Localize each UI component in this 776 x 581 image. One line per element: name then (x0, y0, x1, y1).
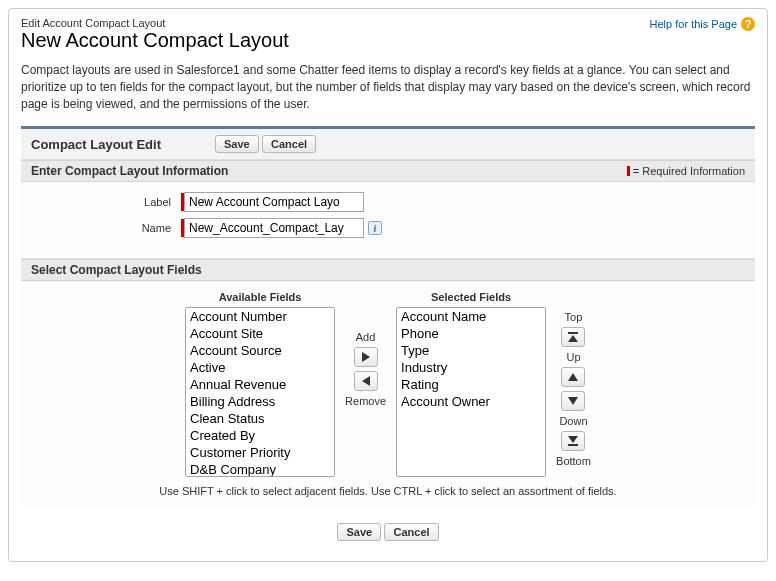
list-item[interactable]: Created By (186, 427, 334, 444)
available-fields-list[interactable]: Account NumberAccount SiteAccount Source… (185, 307, 335, 477)
list-item[interactable]: Rating (397, 376, 545, 393)
arrow-down-icon (568, 397, 578, 405)
list-item[interactable]: Annual Revenue (186, 376, 334, 393)
svg-rect-2 (568, 332, 578, 334)
intro-text: Compact layouts are used in Salesforce1 … (21, 62, 755, 112)
list-item[interactable]: Industry (397, 359, 545, 376)
fields-section-title: Select Compact Layout Fields (31, 263, 202, 277)
label-field-label: Label (31, 196, 181, 208)
list-item[interactable]: Account Number (186, 308, 334, 325)
page-title: New Account Compact Layout (21, 29, 289, 52)
save-button-bottom[interactable]: Save (337, 523, 381, 541)
available-title: Available Fields (185, 291, 335, 303)
label-input[interactable] (184, 192, 364, 212)
up-label: Up (566, 351, 580, 363)
help-link-text: Help for this Page (650, 18, 737, 30)
edit-label: Edit Account Compact Layout (21, 17, 289, 29)
arrow-up-icon (568, 373, 578, 381)
arrow-right-icon (362, 352, 370, 362)
list-item[interactable]: Account Source (186, 342, 334, 359)
save-button-top[interactable]: Save (215, 135, 259, 153)
list-item[interactable]: Account Name (397, 308, 545, 325)
section-edit-title: Compact Layout Edit (31, 137, 161, 152)
remove-label: Remove (345, 395, 386, 407)
selected-fields-list[interactable]: Account NamePhoneTypeIndustryRatingAccou… (396, 307, 546, 477)
name-input[interactable] (184, 218, 364, 238)
add-button[interactable] (354, 347, 378, 367)
help-icon: ? (741, 17, 755, 31)
bottom-label: Bottom (556, 455, 591, 467)
cancel-button-bottom[interactable]: Cancel (384, 523, 438, 541)
name-field-label: Name (31, 222, 181, 234)
top-button[interactable] (561, 327, 585, 347)
down-button[interactable] (561, 391, 585, 411)
svg-marker-5 (568, 397, 578, 405)
selected-title: Selected Fields (396, 291, 546, 303)
list-item[interactable]: Account Owner (397, 393, 545, 410)
top-label: Top (565, 311, 583, 323)
list-item[interactable]: D&B Company (186, 461, 334, 477)
info-icon[interactable]: i (368, 221, 382, 235)
bottom-button[interactable] (561, 431, 585, 451)
list-item[interactable]: Phone (397, 325, 545, 342)
svg-marker-4 (568, 373, 578, 381)
arrow-left-icon (362, 376, 370, 386)
help-link[interactable]: Help for this Page ? (650, 17, 755, 31)
arrow-bottom-icon (568, 436, 578, 446)
picker-hint: Use SHIFT + click to select adjacent fie… (31, 485, 745, 497)
svg-rect-7 (568, 444, 578, 446)
remove-button[interactable] (354, 371, 378, 391)
down-label: Down (559, 415, 587, 427)
add-label: Add (356, 331, 376, 343)
info-section-title: Enter Compact Layout Information (31, 164, 228, 178)
list-item[interactable]: Account Site (186, 325, 334, 342)
list-item[interactable]: Active (186, 359, 334, 376)
cancel-button-top[interactable]: Cancel (262, 135, 316, 153)
list-item[interactable]: Type (397, 342, 545, 359)
list-item[interactable]: Customer Priority (186, 444, 334, 461)
svg-marker-6 (568, 436, 578, 443)
svg-marker-1 (362, 376, 370, 386)
list-item[interactable]: Billing Address (186, 393, 334, 410)
arrow-top-icon (568, 332, 578, 342)
up-button[interactable] (561, 367, 585, 387)
required-indicator: = Required Information (627, 165, 745, 177)
svg-marker-3 (568, 335, 578, 342)
list-item[interactable]: Clean Status (186, 410, 334, 427)
svg-marker-0 (362, 352, 370, 362)
